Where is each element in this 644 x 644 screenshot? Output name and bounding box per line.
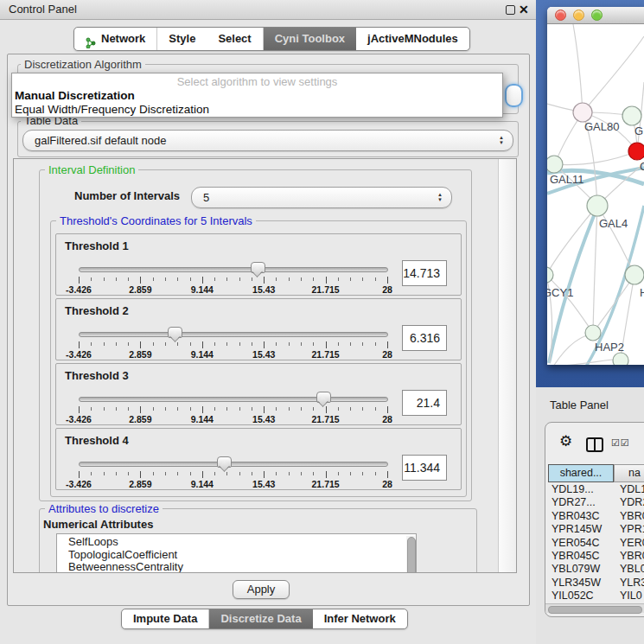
tab-cyni-toolbox[interactable]: Cyni Toolbox [263,28,356,50]
threshold-4-slider[interactable]: -3.4262.8599.14415.4321.71528 [79,456,388,488]
network-node-label: H [640,286,644,299]
panel-title: Control Panel [9,0,77,19]
slider-ticks [79,341,387,348]
network-node[interactable] [613,353,628,365]
slider-track[interactable] [79,332,388,337]
list-scrollbar[interactable] [406,536,415,573]
tab-infer-network[interactable]: Infer Network [313,609,407,628]
table-row[interactable]: YDR27...YDR2 [545,496,644,509]
threshold-2-value[interactable]: 6.316 [402,325,447,351]
interval-definition-group: Interval Definition Number of Intervals … [39,169,472,501]
table-panel: ⚙ ☑☑ shared... na YDL19...YDL1YDR27...YD… [545,422,644,617]
table-row[interactable]: YBL079WYBL0 [545,563,644,576]
network-window-titlebar[interactable] [547,7,644,24]
attribute-item[interactable]: BetweennessCentrality [57,561,416,573]
tab-label: Impute Data [133,609,197,628]
threshold-1-panel: Threshold 1 -3.4262.8599.14415.4321.7152… [55,233,462,296]
tab-select[interactable]: Select [207,28,262,50]
network-node[interactable] [625,265,644,284]
threshold-3-slider[interactable]: -3.4262.8599.14415.4321.71528 [79,392,388,423]
threshold-2-panel: Threshold 2 -3.4262.8599.14415.4321.7152… [55,298,462,360]
network-node[interactable] [573,103,592,122]
tab-label: Infer Network [324,609,396,628]
network-node-label: C [640,160,644,173]
horizontal-scrollbar-thumb[interactable] [548,606,642,614]
tab-discretize-data[interactable]: Discretize Data [208,609,312,628]
tab-network[interactable]: Network [74,28,156,50]
dropdown-option-manual-discretization[interactable]: Manual Discretization [15,89,135,102]
list-scrollbar-thumb[interactable] [407,537,416,573]
slider-thumb[interactable] [316,392,331,403]
network-node[interactable] [585,325,601,341]
close-icon[interactable]: ✕ [519,2,529,17]
table-panel-region: Table Panel ⚙ ☑☑ shared... na YDL19...YD… [536,387,644,644]
slider-scale-labels: -3.4262.8599.14415.4321.71528 [79,349,387,360]
network-node-label: GAL80 [584,120,619,133]
tab-style[interactable]: Style [156,28,207,50]
network-node[interactable] [628,143,644,160]
dropdown-option-equal-width-frequency[interactable]: Equal Width/Frequency Discretization [15,103,209,116]
network-node[interactable] [622,106,641,125]
slider-thumb[interactable] [217,456,232,468]
table-row[interactable]: YDL19...YDL1 [545,483,644,496]
interval-definition-label: Interval Definition [45,164,138,176]
table-data-combobox[interactable]: galFiltered.sif default node ▲▼ [22,130,513,151]
slider-thumb[interactable] [251,262,265,273]
algorithm-combobox[interactable] [505,84,523,107]
float-window-icon[interactable] [506,5,515,15]
threshold-4-value[interactable]: 11.344 [402,455,447,481]
control-panel-titlebar: Control Panel ✕ [0,0,536,20]
thresholds-group: Threshold's Coordinates for 5 Intervals … [50,220,467,497]
apply-button[interactable]: Apply [233,580,290,599]
attribute-item[interactable]: TopologicalCoefficient [57,549,416,562]
numerical-attributes-list[interactable]: SelfLoopsTopologicalCoefficientBetweenne… [56,533,417,573]
screen: { "control_panel": { "title": "Control P… [0,0,644,644]
number-of-intervals-value: 5 [192,191,437,204]
threshold-1-value[interactable]: 14.713 [402,260,447,286]
column-layout-icon[interactable] [586,437,603,452]
threshold-3-value[interactable]: 21.4 [402,390,447,416]
table-row[interactable]: YBR045CYBR0 [545,550,644,563]
table-row[interactable]: YER054CYER0 [545,537,644,550]
number-of-intervals-combobox[interactable]: 5 ▲▼ [191,187,452,208]
gear-icon[interactable]: ⚙ [559,433,572,450]
table-row[interactable]: YPR145WYPR1 [545,523,644,536]
table-header-row: shared... na [545,464,644,482]
table-row[interactable]: YBR043CYBR0 [545,510,644,523]
vertical-scrollbar[interactable] [498,159,516,572]
threshold-1-slider[interactable]: -3.4262.8599.14415.4321.71528 [79,262,388,293]
minimize-traffic-light-icon[interactable] [573,10,584,21]
table-row[interactable]: YLR345WYLR3 [545,577,644,590]
discretization-algorithm-label: Discretization Algorithm [21,59,145,71]
dropdown-hint-option[interactable]: Select algorithm to view settings [12,75,502,88]
network-node[interactable] [547,156,563,173]
column-header-name[interactable]: na [614,464,644,482]
table-panel-title: Table Panel [550,399,609,411]
thresholds-group-label: Threshold's Coordinates for 5 Intervals [56,215,256,227]
threshold-2-slider[interactable]: -3.4262.8599.14415.4321.71528 [79,327,388,358]
table-row[interactable]: YIL052CYIL0 [545,590,644,603]
network-node[interactable] [587,195,608,216]
algorithm-dropdown-popup: Select algorithm to view settings Manual… [11,73,503,118]
slider-track[interactable] [79,397,388,402]
attributes-group-label: Attributes to discretize [45,503,163,515]
tab-label: Cyni Toolbox [275,28,345,50]
slider-scale-labels: -3.4262.8599.14415.4321.71528 [79,414,387,424]
tab-label: Discretize Data [220,609,301,628]
network-node-label: GCY1 [547,286,573,299]
column-header-shared-name[interactable]: shared... [548,464,614,482]
tab-impute-data[interactable]: Impute Data [122,609,208,628]
attribute-item[interactable]: SelfLoops [57,536,416,549]
number-of-intervals-label: Number of Intervals [74,189,180,202]
attribute-items: SelfLoopsTopologicalCoefficientBetweenne… [57,536,416,573]
network-view-window[interactable]: GAL80GCGAL11GAL4GCY1HHAP2 [547,7,644,365]
slider-track[interactable] [79,267,388,272]
slider-track[interactable] [79,462,388,467]
network-canvas[interactable]: GAL80GCGAL11GAL4GCY1HHAP2 [547,24,644,365]
zoom-traffic-light-icon[interactable] [591,10,603,21]
checkboxes-icon[interactable]: ☑☑ [611,437,630,449]
horizontal-scrollbar[interactable] [545,603,644,613]
tab-jactivemnodules[interactable]: jActiveMNodules [356,28,469,50]
close-traffic-light-icon[interactable] [555,10,566,21]
slider-thumb[interactable] [168,327,182,338]
